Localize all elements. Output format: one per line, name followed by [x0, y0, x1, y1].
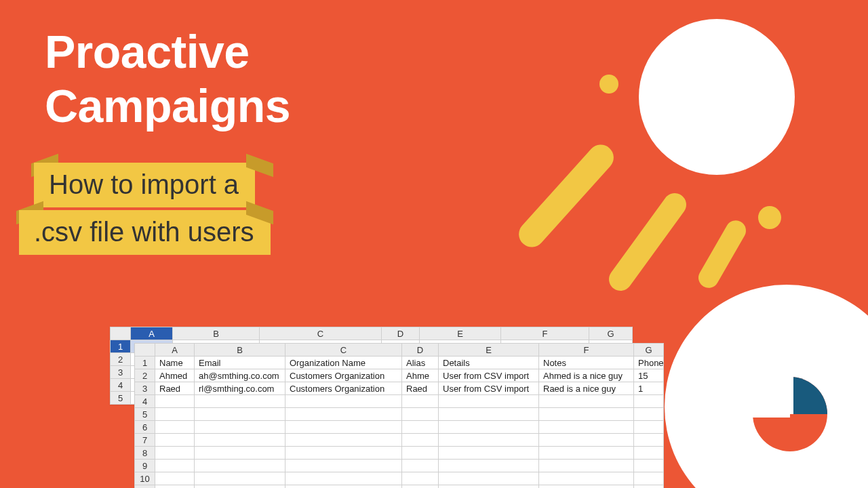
- row-header[interactable]: 5: [135, 408, 155, 421]
- cell[interactable]: [155, 434, 195, 447]
- row-header-1[interactable]: 1: [111, 340, 131, 353]
- row-header[interactable]: 6: [135, 421, 155, 434]
- column-header-f[interactable]: F: [539, 344, 634, 357]
- cell[interactable]: Raed is a nice guy: [539, 382, 634, 395]
- cell[interactable]: Phone: [634, 357, 664, 369]
- cell[interactable]: [539, 460, 634, 472]
- cell[interactable]: [439, 395, 539, 408]
- cell[interactable]: [155, 408, 195, 421]
- cell[interactable]: [155, 421, 195, 434]
- cell[interactable]: [439, 485, 539, 489]
- cell[interactable]: Notes: [539, 357, 634, 369]
- cell[interactable]: [539, 472, 634, 485]
- cell[interactable]: [155, 395, 195, 408]
- row-header[interactable]: 2: [135, 369, 155, 382]
- cell[interactable]: [402, 472, 439, 485]
- cell[interactable]: Ahme: [402, 369, 439, 382]
- cell[interactable]: Raed: [155, 382, 195, 395]
- cell[interactable]: [634, 408, 664, 421]
- cell[interactable]: Ahmed is a nice guy: [539, 369, 634, 382]
- cell[interactable]: [634, 395, 664, 408]
- cell[interactable]: ah@smthing.co.com: [195, 369, 285, 382]
- cell[interactable]: [195, 408, 285, 421]
- column-header-g[interactable]: G: [634, 344, 664, 357]
- row-header[interactable]: 9: [135, 460, 155, 472]
- cell[interactable]: [402, 485, 439, 489]
- cell[interactable]: [634, 421, 664, 434]
- column-header-f[interactable]: F: [501, 327, 589, 340]
- cell[interactable]: [195, 421, 285, 434]
- cell[interactable]: rl@smthing.co.com: [195, 382, 285, 395]
- cell[interactable]: User from CSV import: [439, 382, 539, 395]
- cell[interactable]: [195, 447, 285, 460]
- cell[interactable]: [634, 447, 664, 460]
- cell[interactable]: Details: [439, 357, 539, 369]
- cell[interactable]: [195, 485, 285, 489]
- cell[interactable]: Raed: [402, 382, 439, 395]
- cell[interactable]: [155, 447, 195, 460]
- row-header[interactable]: 1: [135, 357, 155, 369]
- cell[interactable]: [285, 447, 402, 460]
- cell[interactable]: [402, 408, 439, 421]
- corner-cell[interactable]: [111, 327, 131, 340]
- cell[interactable]: [539, 421, 634, 434]
- cell[interactable]: [402, 395, 439, 408]
- cell[interactable]: [539, 395, 634, 408]
- cell[interactable]: 1: [634, 382, 664, 395]
- cell[interactable]: [285, 395, 402, 408]
- column-header-c[interactable]: C: [285, 344, 402, 357]
- cell[interactable]: Email: [195, 357, 285, 369]
- cell[interactable]: [439, 434, 539, 447]
- cell[interactable]: [195, 460, 285, 472]
- cell[interactable]: [195, 472, 285, 485]
- cell[interactable]: [539, 434, 634, 447]
- cell[interactable]: [285, 485, 402, 489]
- column-header-e[interactable]: E: [439, 344, 539, 357]
- cell[interactable]: [402, 447, 439, 460]
- row-header[interactable]: 10: [135, 472, 155, 485]
- cell[interactable]: [402, 434, 439, 447]
- row-header[interactable]: 3: [135, 382, 155, 395]
- cell[interactable]: [634, 434, 664, 447]
- cell[interactable]: [539, 447, 634, 460]
- column-header-a[interactable]: A: [155, 344, 195, 357]
- cell[interactable]: [285, 408, 402, 421]
- corner-cell[interactable]: [135, 344, 155, 357]
- cell[interactable]: [285, 421, 402, 434]
- cell[interactable]: [634, 472, 664, 485]
- column-header-a[interactable]: A: [131, 327, 173, 340]
- column-header-e[interactable]: E: [420, 327, 501, 340]
- cell[interactable]: [285, 460, 402, 472]
- column-header-d[interactable]: D: [402, 344, 439, 357]
- cell[interactable]: [155, 460, 195, 472]
- cell[interactable]: [439, 460, 539, 472]
- row-header[interactable]: 8: [135, 447, 155, 460]
- cell[interactable]: [539, 408, 634, 421]
- cell[interactable]: Customers Organization: [285, 369, 402, 382]
- cell[interactable]: [155, 485, 195, 489]
- cell[interactable]: [195, 434, 285, 447]
- cell[interactable]: Customers Organization: [285, 382, 402, 395]
- cell[interactable]: User from CSV import: [439, 369, 539, 382]
- cell[interactable]: 15: [634, 369, 664, 382]
- column-header-b[interactable]: B: [195, 344, 285, 357]
- cell[interactable]: [539, 485, 634, 489]
- cell[interactable]: Name: [155, 357, 195, 369]
- cell[interactable]: [439, 408, 539, 421]
- cell[interactable]: [634, 485, 664, 489]
- row-header[interactable]: 11: [135, 485, 155, 489]
- column-header-g[interactable]: G: [589, 327, 633, 340]
- cell[interactable]: [285, 434, 402, 447]
- cell[interactable]: Alias: [402, 357, 439, 369]
- cell[interactable]: [285, 472, 402, 485]
- cell[interactable]: [439, 421, 539, 434]
- column-header-c[interactable]: C: [260, 327, 382, 340]
- cell[interactable]: Organization Name: [285, 357, 402, 369]
- cell[interactable]: [439, 447, 539, 460]
- cell[interactable]: [402, 460, 439, 472]
- column-header-b[interactable]: B: [173, 327, 260, 340]
- cell[interactable]: [439, 472, 539, 485]
- row-header[interactable]: 4: [135, 395, 155, 408]
- cell[interactable]: [195, 395, 285, 408]
- column-header-d[interactable]: D: [382, 327, 420, 340]
